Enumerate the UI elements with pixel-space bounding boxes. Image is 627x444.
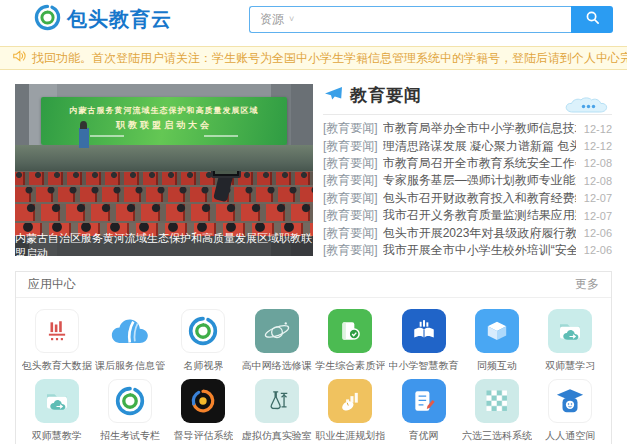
app-item-renrentong[interactable]: 人人通空间 xyxy=(534,377,607,443)
app-item-smartedu[interactable]: 中小学智慧教育... xyxy=(387,307,460,373)
app-label: 六选三选科系统... xyxy=(462,429,532,443)
smart-education-app-icon xyxy=(402,309,446,353)
app-label: 职业生涯规划指导系... xyxy=(315,429,385,443)
app-item-liuxuansan[interactable]: 六选三选科系统... xyxy=(460,377,533,443)
news-item[interactable]: [教育要闻] 我市召开义务教育质量监测结果应用案例研究结题培训会 12-07 xyxy=(323,207,612,224)
main-content: 内蒙古服务黄河流域生态保护和高质量发展区域 职教联盟启动大会 内蒙古自治区服务黄… xyxy=(0,70,627,259)
notice-bar: 找回功能。首次登陆用户请关注：学生账号为全国中小学生学籍信息管理系统中的学籍号，… xyxy=(0,46,627,70)
app-label: 招生考试专栏 xyxy=(100,429,160,443)
audience-crowd xyxy=(15,171,313,236)
app-center: 应用中心 更多 包头教育大数据... 课后服务信息管理平... 名师视界 xyxy=(15,271,612,444)
checklist-app-icon xyxy=(402,379,446,423)
notice-text: 找回功能。首次登陆用户请关注：学生账号为全国中小学生学籍信息管理系统中的学籍号，… xyxy=(32,50,627,67)
news-link[interactable]: 理清思路谋发展 凝心聚力谱新篇 包头市召开全市基础教育高质... xyxy=(383,138,576,155)
news-list: [教育要闻] 市教育局举办全市中小学教师信息技术应用能力提升工程2.0旗县...… xyxy=(323,120,612,259)
app-label: 双师慧教学 xyxy=(32,429,82,443)
news-item[interactable]: [教育要闻] 市教育局举办全市中小学教师信息技术应用能力提升工程2.0旗县...… xyxy=(323,120,612,137)
news-link[interactable]: 我市召开义务教育质量监测结果应用案例研究结题培训会 xyxy=(383,207,576,224)
news-item[interactable]: [教育要闻] 包头市开展2023年对县级政府履行教育职责督导评价工作 12-06 xyxy=(323,224,612,241)
app-item-evaluation[interactable]: 学生综合素质评价... xyxy=(314,307,387,373)
search-category-select[interactable]: 资源 ˅ xyxy=(250,11,302,28)
news-link[interactable]: 包头市开展2023年对县级政府履行教育职责督导评价工作 xyxy=(383,225,576,242)
news-item[interactable]: [教育要闻] 包头市召开财政教育投入和教育经费统计工作会议 12-07 xyxy=(323,190,612,207)
app-label: 人人通空间 xyxy=(545,429,595,443)
app-item-tongpin[interactable]: 同频互动 xyxy=(460,307,533,373)
site-title: 包头教育云 xyxy=(67,6,172,33)
news-date: 12-08 xyxy=(584,175,612,187)
app-item-bigdata[interactable]: 包头教育大数据... xyxy=(20,307,93,373)
podium xyxy=(79,128,89,148)
banner-decoration xyxy=(90,135,238,137)
speaker-icon xyxy=(12,49,26,67)
news-tag: [教育要闻] xyxy=(323,190,378,207)
news-tag: [教育要闻] xyxy=(323,120,378,137)
news-item[interactable]: [教育要闻] 市教育局召开全市教育系统安全工作会议 12-08 xyxy=(323,155,612,172)
stage-floor xyxy=(15,145,313,171)
news-date: 12-06 xyxy=(584,244,612,256)
news-tag: [教育要闻] xyxy=(323,207,378,224)
app-item-elective[interactable]: 高中网络选修课... xyxy=(240,307,313,373)
app-label: 包头教育大数据... xyxy=(22,359,92,373)
app-label: 课后服务信息管理平... xyxy=(95,359,165,373)
app-item-huixuexi[interactable]: 双师慧学习 xyxy=(534,307,607,373)
app-label: 名师视界 xyxy=(183,359,223,373)
news-tag: [教育要闻] xyxy=(323,138,378,155)
app-item-yuyou[interactable]: 育优网 xyxy=(387,377,460,443)
app-item-zhaosheng[interactable]: 招生考试专栏 xyxy=(93,377,166,443)
carousel-caption-text: 内蒙古自治区服务黄河流域生态保护和高质量发展区域职教联盟启动 xyxy=(15,231,313,256)
news-link[interactable]: 包头市召开财政教育投入和教育经费统计工作会议 xyxy=(383,190,576,207)
news-tag: [教育要闻] xyxy=(323,172,378,189)
news-date: 12-08 xyxy=(584,157,612,169)
app-center-more-link[interactable]: 更多 xyxy=(575,276,599,293)
search-box: 资源 ˅ xyxy=(249,6,571,33)
news-link[interactable]: 我市开展全市中小学生校外培训“安全守护”专项行动 xyxy=(383,242,576,259)
folder-cloud-app-icon xyxy=(548,309,592,353)
chevron-down-icon: ˅ xyxy=(289,14,294,24)
banner-line2: 职教联盟启动大会 xyxy=(116,119,212,132)
more-news-cloud-icon[interactable] xyxy=(564,95,612,120)
app-label: 同频互动 xyxy=(477,359,517,373)
news-item[interactable]: [教育要闻] 我市开展全市中小学生校外培训“安全守护”专项行动 12-06 xyxy=(323,242,612,259)
megaphone-icon xyxy=(323,86,343,105)
app-center-header: 应用中心 更多 xyxy=(16,272,611,298)
search-category-value: 资源 xyxy=(260,11,284,28)
search-icon xyxy=(585,10,600,28)
grid-select-app-icon xyxy=(475,379,519,423)
site-logo[interactable]: 包头教育云 xyxy=(34,4,172,35)
news-date: 12-12 xyxy=(584,123,612,135)
speaker-figure xyxy=(80,121,87,129)
graduate-app-icon xyxy=(548,379,592,423)
news-carousel[interactable]: 内蒙古服务黄河流域生态保护和高质量发展区域 职教联盟启动大会 内蒙古自治区服务黄… xyxy=(15,84,313,256)
evaluation-app-icon xyxy=(328,309,372,353)
news-link[interactable]: 市教育局召开全市教育系统安全工作会议 xyxy=(383,155,576,172)
app-item-huijiaoxue[interactable]: 双师慧教学 xyxy=(20,377,93,443)
news-header: 教育要闻 xyxy=(323,84,612,115)
app-label: 学生综合素质评价... xyxy=(315,359,385,373)
bigdata-app-icon xyxy=(35,309,79,353)
news-tag: [教育要闻] xyxy=(323,225,378,242)
news-item[interactable]: [教育要闻] 专家服务基层—强师计划教师专业能力提升培训 12-08 xyxy=(323,172,612,189)
app-item-afterschool[interactable]: 课后服务信息管理平... xyxy=(93,307,166,373)
search-input[interactable] xyxy=(302,7,571,32)
app-label: 育优网 xyxy=(409,429,439,443)
cloud-app-icon xyxy=(108,309,152,353)
app-label: 高中网络选修课... xyxy=(242,359,312,373)
news-date: 12-07 xyxy=(584,192,612,204)
app-label: 督导评估系统 xyxy=(173,429,233,443)
news-link[interactable]: 市教育局举办全市中小学教师信息技术应用能力提升工程2.0旗县... xyxy=(383,120,576,137)
search-button[interactable] xyxy=(571,6,613,33)
news-link[interactable]: 专家服务基层—强师计划教师专业能力提升培训 xyxy=(383,172,576,189)
phone-silhouette xyxy=(211,171,241,178)
app-item-dudao[interactable]: 督导评估系统 xyxy=(167,377,240,443)
app-item-mingshi[interactable]: 名师视界 xyxy=(167,307,240,373)
planet-app-icon xyxy=(255,309,299,353)
news-title: 教育要闻 xyxy=(350,84,422,107)
eswirl-app-icon xyxy=(108,379,152,423)
app-item-lab[interactable]: 虚拟仿真实验室... xyxy=(240,377,313,443)
app-label: 中小学智慧教育... xyxy=(389,359,459,373)
app-item-career[interactable]: 职业生涯规划指导系... xyxy=(314,377,387,443)
banner-line1: 内蒙古服务黄河流域生态保护和高质量发展区域 xyxy=(70,105,259,116)
search-bar: 资源 ˅ xyxy=(249,6,613,33)
news-tag: [教育要闻] xyxy=(323,242,378,259)
news-item[interactable]: [教育要闻] 理清思路谋发展 凝心聚力谱新篇 包头市召开全市基础教育高质... … xyxy=(323,137,612,154)
